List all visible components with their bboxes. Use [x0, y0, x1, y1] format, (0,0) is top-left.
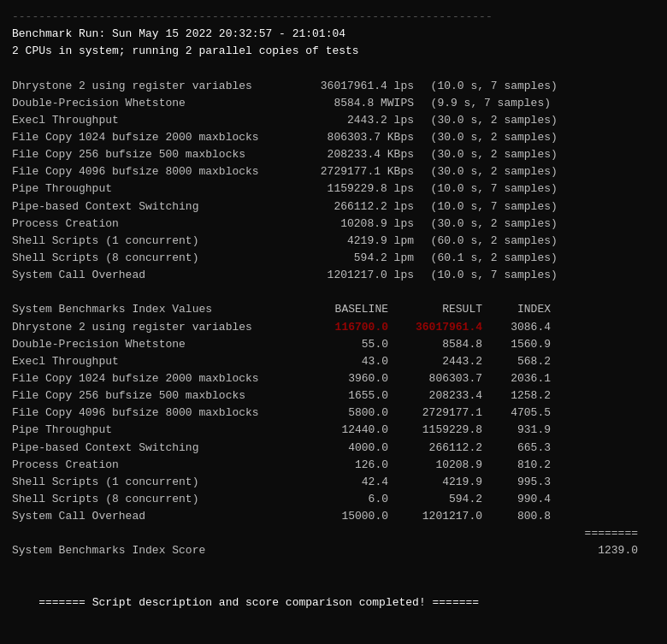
index-col-index: INDEX — [482, 301, 551, 318]
bench-value: 266112.2 lps — [303, 198, 414, 216]
bench-row: Pipe Throughput1159229.8 lps (10.0 s, 7 … — [12, 180, 655, 198]
bench-value: 4219.9 lpm — [303, 233, 414, 250]
idx-result: 208233.4 — [388, 387, 482, 405]
final-line: ======= Script description and score com… — [38, 596, 479, 609]
bench-info: (30.0 s, 2 samples) — [414, 163, 655, 180]
bench-name: Pipe Throughput — [12, 180, 303, 198]
footer-separator: ======= Script description and score com… — [12, 577, 655, 629]
bench-info: (10.0 s, 7 samples) — [414, 78, 655, 95]
bench-value: 1201217.0 lps — [303, 267, 414, 284]
idx-baseline: 126.0 — [303, 457, 388, 474]
idx-result: 806303.7 — [388, 370, 482, 387]
bench-name: Pipe-based Context Switching — [12, 198, 303, 216]
index-data-row: System Call Overhead 15000.0 1201217.0 8… — [12, 508, 655, 525]
separator-top: ----------------------------------------… — [12, 9, 655, 26]
idx-result: 2443.2 — [388, 353, 482, 370]
bench-row: File Copy 4096 bufsize 8000 maxblocks272… — [12, 163, 655, 180]
idx-result: 4219.9 — [388, 474, 482, 491]
idx-name: Shell Scripts (8 concurrent) — [12, 491, 303, 508]
bench-name: Double-Precision Whetstone — [12, 95, 303, 112]
bench-value: 1159229.8 lps — [303, 180, 414, 198]
bench-name: Dhrystone 2 using register variables — [12, 78, 303, 95]
bench-name: System Call Overhead — [12, 267, 303, 284]
index-data-row: Double-Precision Whetstone 55.0 8584.8 1… — [12, 336, 655, 353]
bench-info: (60.1 s, 2 samples) — [414, 250, 655, 267]
bench-info: (10.0 s, 7 samples) — [414, 267, 655, 284]
idx-result: 1201217.0 — [388, 508, 482, 525]
idx-baseline: 3960.0 — [303, 370, 388, 387]
bench-name: File Copy 256 bufsize 500 maxblocks — [12, 146, 303, 163]
idx-baseline: 6.0 — [303, 491, 388, 508]
index-col-baseline: BASELINE — [303, 301, 388, 318]
index-data-row: Shell Scripts (8 concurrent) 6.0 594.2 9… — [12, 491, 655, 508]
idx-index: 1258.2 — [482, 387, 551, 405]
bench-info: (30.0 s, 2 samples) — [414, 129, 655, 146]
idx-index: 995.3 — [482, 474, 551, 491]
bench-info: (9.9 s, 7 samples) — [414, 95, 655, 112]
bench-row: File Copy 256 bufsize 500 maxblocks20823… — [12, 146, 655, 163]
idx-baseline: 12440.0 — [303, 422, 388, 439]
idx-baseline: 43.0 — [303, 353, 388, 370]
bench-row: File Copy 1024 bufsize 2000 maxblocks806… — [12, 129, 655, 146]
index-col-name: System Benchmarks Index Values — [12, 301, 303, 318]
blank-2 — [12, 284, 655, 301]
equals-separator: ======== — [12, 525, 655, 542]
idx-index: 990.4 — [482, 491, 551, 508]
bench-name: Shell Scripts (8 concurrent) — [12, 250, 303, 267]
index-data-row: File Copy 4096 bufsize 8000 maxblocks 58… — [12, 405, 655, 422]
bench-row: Shell Scripts (1 concurrent)4219.9 lpm (… — [12, 233, 655, 250]
bench-value: 2729177.1 KBps — [303, 163, 414, 180]
idx-result: 266112.2 — [388, 440, 482, 457]
idx-result: 1159229.8 — [388, 422, 482, 439]
score-label: System Benchmarks Index Score — [12, 542, 491, 559]
bench-row: Dhrystone 2 using register variables3601… — [12, 78, 655, 95]
index-data-row: Pipe-based Context Switching 4000.0 2661… — [12, 440, 655, 457]
bench-row: Double-Precision Whetstone8584.8 MWIPS (… — [12, 95, 655, 112]
idx-baseline: 116700.0 — [303, 319, 388, 336]
score-value: 1239.0 — [491, 542, 655, 559]
bench-row: Shell Scripts (8 concurrent)594.2 lpm (6… — [12, 250, 655, 267]
idx-name: Dhrystone 2 using register variables — [12, 319, 303, 336]
index-data-row: Pipe Throughput 12440.0 1159229.8 931.9 — [12, 422, 655, 439]
bench-info: (30.0 s, 2 samples) — [414, 112, 655, 129]
bench-info: (10.0 s, 7 samples) — [414, 180, 655, 198]
bench-value: 806303.7 KBps — [303, 129, 414, 146]
index-data-row: Execl Throughput 43.0 2443.2 568.2 — [12, 353, 655, 370]
index-section: System Benchmarks Index Values BASELINE … — [12, 301, 655, 559]
terminal-window: ----------------------------------------… — [12, 9, 655, 629]
bench-value: 594.2 lpm — [303, 250, 414, 267]
bench-row: Execl Throughput2443.2 lps (30.0 s, 2 sa… — [12, 112, 655, 129]
idx-name: System Call Overhead — [12, 508, 303, 525]
idx-baseline: 55.0 — [303, 336, 388, 353]
bench-value: 208233.4 KBps — [303, 146, 414, 163]
idx-name: Shell Scripts (1 concurrent) — [12, 474, 303, 491]
idx-baseline: 15000.0 — [303, 508, 388, 525]
index-data-row: Shell Scripts (1 concurrent) 42.4 4219.9… — [12, 474, 655, 491]
index-data-row: File Copy 256 bufsize 500 maxblocks 1655… — [12, 387, 655, 405]
index-col-result: RESULT — [388, 301, 482, 318]
idx-baseline: 1655.0 — [303, 387, 388, 405]
index-header-row: System Benchmarks Index Values BASELINE … — [12, 301, 655, 318]
idx-result: 36017961.4 — [388, 319, 482, 336]
idx-index: 568.2 — [482, 353, 551, 370]
header-line2: 2 CPUs in system; running 2 parallel cop… — [12, 43, 655, 60]
bench-info: (30.0 s, 2 samples) — [414, 146, 655, 163]
idx-baseline: 4000.0 — [303, 440, 388, 457]
header-line1: Benchmark Run: Sun May 15 2022 20:32:57 … — [12, 26, 655, 43]
blank-3 — [12, 560, 655, 577]
idx-name: File Copy 4096 bufsize 8000 maxblocks — [12, 405, 303, 422]
bench-info: (30.0 s, 2 samples) — [414, 216, 655, 233]
benchmark-table: Dhrystone 2 using register variables3601… — [12, 78, 655, 285]
idx-name: Double-Precision Whetstone — [12, 336, 303, 353]
bench-name: Process Creation — [12, 216, 303, 233]
bench-row: System Call Overhead1201217.0 lps (10.0 … — [12, 267, 655, 284]
idx-baseline: 42.4 — [303, 474, 388, 491]
bench-name: File Copy 1024 bufsize 2000 maxblocks — [12, 129, 303, 146]
idx-index: 800.8 — [482, 508, 551, 525]
idx-index: 931.9 — [482, 422, 551, 439]
idx-result: 2729177.1 — [388, 405, 482, 422]
idx-baseline: 5800.0 — [303, 405, 388, 422]
idx-index: 810.2 — [482, 457, 551, 474]
bench-name: File Copy 4096 bufsize 8000 maxblocks — [12, 163, 303, 180]
bench-info: (10.0 s, 7 samples) — [414, 198, 655, 216]
